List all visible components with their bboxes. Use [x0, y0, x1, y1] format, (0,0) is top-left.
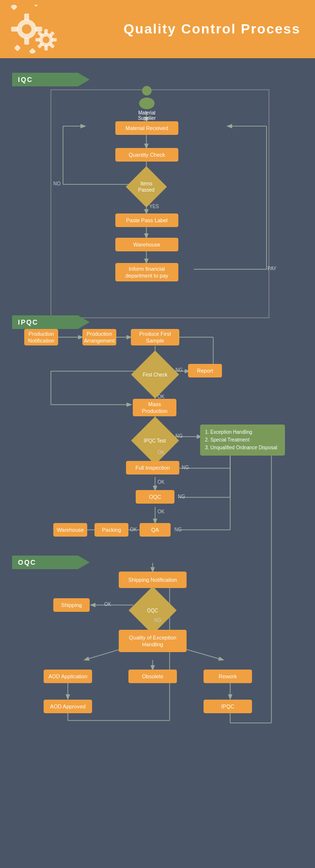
- svg-rect-14: [35, 38, 40, 42]
- oqc-final-diamond: OQC: [129, 587, 177, 635]
- production-notification-box: Production Notification: [24, 329, 58, 345]
- aod-approved-box: AOD Approved: [44, 700, 92, 713]
- gear-icon: [10, 5, 63, 55]
- aod-application-box: AOD Application: [44, 670, 92, 683]
- qa-box: QA: [140, 523, 171, 537]
- header: Quality Control Process: [0, 0, 315, 58]
- oqc-mid-ng-label: NG: [178, 494, 185, 499]
- full-inspection-box: Full Inspection: [126, 461, 179, 475]
- svg-point-75: [139, 98, 155, 109]
- oqc-final-ng-label: NG: [154, 618, 161, 623]
- flowchart: IQC Material Supplier Material Received …: [10, 63, 305, 864]
- oqc-mid-box: OQC: [136, 490, 174, 504]
- iqc-label: IQC: [12, 73, 90, 86]
- material-received-box: Material Received: [115, 121, 178, 135]
- full-inspection-ok-label: OK: [158, 479, 164, 485]
- svg-rect-13: [45, 46, 48, 50]
- qa-ok-label: OK: [130, 527, 137, 532]
- svg-rect-6: [32, 5, 39, 7]
- mass-production-box: Mass Production: [133, 399, 176, 416]
- ipqc-test-diamond: IPQC Test: [131, 417, 179, 465]
- svg-point-1: [22, 24, 32, 34]
- pay-label: PAY: [268, 266, 277, 271]
- rework-box: Rework: [204, 670, 252, 683]
- main-content: IQC Material Supplier Material Received …: [0, 58, 315, 868]
- svg-rect-7: [11, 5, 17, 10]
- shipping-notification-box: Shipping Notification: [119, 572, 187, 588]
- shipping-box: Shipping: [53, 598, 90, 612]
- svg-rect-15: [52, 38, 57, 42]
- ipqc-test-ok-label: OK: [158, 450, 164, 455]
- report-box: Report: [188, 364, 222, 377]
- svg-rect-9: [14, 45, 21, 51]
- no-label: NO: [53, 181, 61, 186]
- page-title: Quality Control Process: [124, 21, 300, 37]
- quantity-check-box: Quantity Check: [115, 148, 178, 162]
- svg-rect-4: [11, 27, 18, 32]
- ipqc-test-ng-label: NG: [175, 433, 183, 439]
- material-supplier-node: Material Supplier: [130, 85, 164, 121]
- produce-first-sample-box: Produce First Sample: [131, 329, 179, 345]
- items-passed-diamond: Items Passed: [126, 166, 167, 208]
- warehouse-iqc-box: Warehouse: [115, 238, 178, 251]
- ipqc-bottom-box: IPQC: [204, 700, 252, 713]
- svg-point-11: [43, 36, 49, 43]
- oqc-mid-ok-label: OK: [158, 509, 164, 514]
- yes-label: YES: [149, 204, 159, 209]
- svg-rect-8: [29, 48, 36, 53]
- production-arrangement-box: Production Arrangement: [82, 329, 116, 345]
- svg-rect-12: [45, 29, 48, 34]
- svg-point-74: [142, 86, 152, 96]
- full-inspection-ng-label: NG: [182, 465, 189, 470]
- material-supplier-label: Material Supplier: [130, 110, 164, 121]
- quality-exception-box: Quality of Exception Handling: [119, 630, 187, 652]
- oqc-label: OQC: [12, 556, 90, 569]
- svg-rect-3: [24, 38, 29, 45]
- first-check-ng-label: NG: [175, 367, 183, 373]
- paste-pass-label-box: Paste Pass Label: [115, 213, 178, 227]
- obsolete-box: Obsolete: [128, 670, 177, 683]
- first-check-diamond: First Check: [131, 351, 179, 399]
- svg-rect-2: [24, 14, 29, 20]
- packing-box: Packing: [94, 523, 128, 537]
- svg-rect-5: [35, 27, 42, 32]
- qa-ng-label: NG: [174, 527, 182, 532]
- inform-financial-box: Inform financial department to pay: [115, 263, 178, 281]
- warehouse-ipqc-box: Warehouse: [53, 523, 87, 537]
- oqc-final-ok-label: OK: [104, 602, 111, 607]
- exception-handling-box: 1. Exception Handling 2. Special Treatme…: [200, 425, 285, 456]
- ipqc-label: IPQC: [12, 315, 90, 329]
